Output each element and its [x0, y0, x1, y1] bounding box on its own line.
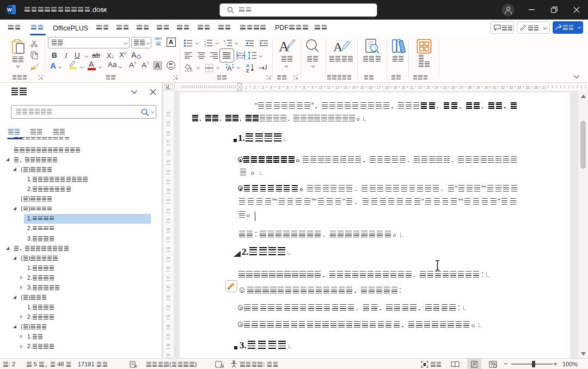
- svg-text:22: 22: [418, 85, 422, 89]
- svg-text:3: 3: [204, 45, 206, 47]
- svg-text:35: 35: [167, 315, 170, 318]
- svg-text:15: 15: [167, 121, 170, 124]
- svg-text:W: W: [7, 7, 12, 13]
- svg-text:34: 34: [167, 305, 170, 308]
- svg-text:28: 28: [167, 247, 170, 250]
- svg-text:24: 24: [167, 208, 170, 211]
- svg-text:12: 12: [335, 85, 340, 89]
- svg-text:A: A: [333, 40, 343, 54]
- svg-text:28: 28: [468, 85, 472, 89]
- svg-text:21: 21: [167, 179, 170, 182]
- svg-text:i: i: [225, 42, 226, 45]
- svg-text:29: 29: [476, 85, 480, 89]
- svg-text:7: 7: [295, 85, 297, 89]
- svg-text:37: 37: [167, 334, 170, 337]
- svg-text:36: 36: [534, 85, 538, 89]
- svg-text:33: 33: [167, 295, 170, 298]
- svg-text:26: 26: [451, 85, 456, 89]
- svg-text:15: 15: [360, 85, 364, 89]
- svg-text:38: 38: [167, 343, 170, 347]
- svg-text:18: 18: [385, 85, 389, 89]
- svg-text:34: 34: [517, 85, 522, 89]
- svg-text:21: 21: [410, 85, 414, 89]
- svg-text:9: 9: [311, 85, 314, 89]
- svg-text:33: 33: [509, 85, 513, 89]
- svg-text:Z: Z: [246, 68, 249, 73]
- svg-text:31: 31: [167, 276, 170, 279]
- svg-text:39: 39: [167, 353, 170, 356]
- svg-text:24: 24: [434, 85, 439, 89]
- svg-text:16: 16: [369, 85, 373, 89]
- svg-text:26: 26: [167, 227, 170, 231]
- svg-text:17: 17: [167, 140, 170, 143]
- svg-text:14: 14: [352, 85, 356, 89]
- svg-text:23: 23: [167, 198, 170, 201]
- svg-text:32: 32: [167, 285, 170, 288]
- svg-text:30: 30: [484, 85, 488, 89]
- svg-text:1: 1: [245, 85, 247, 89]
- svg-text:37: 37: [542, 85, 547, 89]
- svg-text:23: 23: [426, 85, 431, 89]
- svg-text:27: 27: [167, 237, 170, 240]
- svg-text:4: 4: [270, 85, 272, 89]
- svg-text:2: 2: [254, 85, 256, 89]
- svg-text:36: 36: [167, 324, 170, 328]
- svg-text:27: 27: [460, 85, 464, 89]
- svg-text:10: 10: [318, 85, 323, 89]
- svg-text:8: 8: [303, 85, 305, 89]
- svg-text:6: 6: [286, 85, 289, 89]
- svg-text:A: A: [279, 39, 289, 53]
- svg-text:20: 20: [167, 169, 170, 173]
- svg-text:17: 17: [377, 85, 381, 89]
- svg-text:16: 16: [167, 131, 170, 134]
- svg-text:25: 25: [167, 218, 170, 221]
- svg-text:19: 19: [167, 159, 170, 163]
- svg-text:13: 13: [344, 85, 348, 89]
- svg-text:11: 11: [327, 85, 331, 89]
- svg-text:30: 30: [167, 266, 170, 269]
- svg-text:18: 18: [167, 150, 170, 153]
- svg-text:5: 5: [278, 85, 280, 89]
- svg-text:35: 35: [525, 85, 530, 89]
- svg-text:22: 22: [167, 188, 170, 192]
- svg-text:20: 20: [401, 85, 406, 89]
- svg-text:29: 29: [167, 256, 170, 260]
- svg-text:25: 25: [443, 85, 447, 89]
- svg-text:3: 3: [262, 85, 264, 89]
- svg-text:19: 19: [393, 85, 397, 89]
- svg-text:14: 14: [167, 111, 170, 114]
- svg-text:A: A: [227, 64, 232, 72]
- svg-text:31: 31: [493, 85, 497, 89]
- svg-text:32: 32: [501, 85, 505, 89]
